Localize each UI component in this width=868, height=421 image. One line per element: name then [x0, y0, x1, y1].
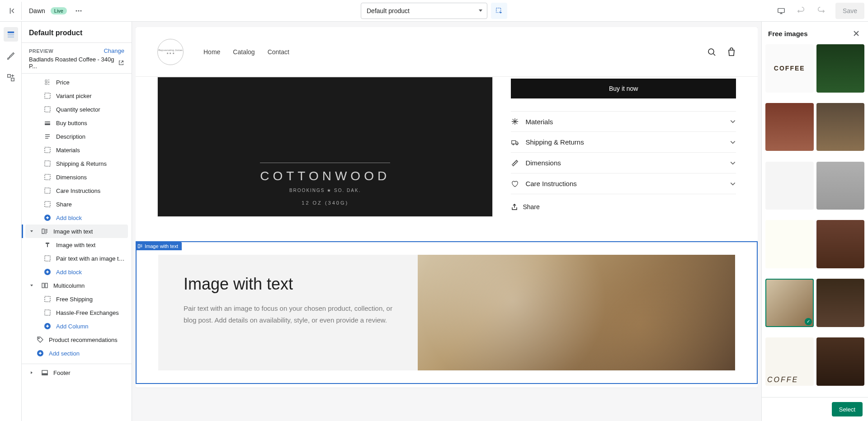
accordion-materials[interactable]: Materials: [511, 111, 736, 132]
block-quantity-selector[interactable]: Quantity selector: [25, 103, 128, 116]
topbar-left: Dawn Live: [4, 2, 361, 20]
chevron-down-icon: [730, 160, 736, 166]
block-icon: [44, 255, 51, 262]
nav-home[interactable]: Home: [203, 48, 220, 56]
image-grid: [762, 44, 868, 397]
add-section[interactable]: Add section: [25, 346, 128, 360]
change-link[interactable]: Change: [104, 47, 124, 54]
undo-icon: [797, 7, 805, 15]
image-thumb[interactable]: [816, 279, 865, 327]
svg-point-2: [80, 10, 81, 11]
image-thumb[interactable]: [765, 103, 814, 151]
nav-contact[interactable]: Contact: [268, 48, 289, 56]
accordion-care[interactable]: Care Instructions: [511, 173, 736, 194]
block-buy-buttons[interactable]: Buy buttons: [25, 116, 128, 130]
block-share[interactable]: Share: [25, 197, 128, 211]
block-iwt-heading[interactable]: Image with text: [25, 238, 128, 252]
image-thumb[interactable]: [765, 162, 814, 210]
paintbrush-icon: [7, 52, 15, 60]
image-thumb[interactable]: [816, 103, 865, 151]
truck-icon: [511, 138, 519, 146]
topbar: Dawn Live Default product Save: [0, 0, 868, 22]
select-button[interactable]: Select: [832, 402, 863, 416]
iwt-heading: Image with text: [184, 275, 392, 294]
block-icon: [44, 295, 51, 303]
share-button[interactable]: Share: [511, 203, 736, 210]
image-thumb[interactable]: [816, 220, 865, 268]
add-column[interactable]: Add Column: [25, 319, 128, 333]
rail-sections-button[interactable]: [4, 27, 18, 42]
viewport-button[interactable]: [772, 2, 790, 20]
close-icon: [853, 30, 860, 37]
bag-icon: [727, 47, 736, 56]
image-text-icon: [41, 228, 48, 235]
nav-catalog[interactable]: Catalog: [233, 48, 255, 56]
svg-rect-21: [45, 256, 50, 261]
rail-apps-button[interactable]: [4, 70, 18, 85]
accordion-shipping[interactable]: Shipping & Returns: [511, 132, 736, 153]
svg-point-1: [78, 10, 79, 11]
rail-theme-button[interactable]: [4, 49, 18, 63]
section-footer[interactable]: Footer: [25, 366, 128, 379]
template-select[interactable]: Default product: [361, 3, 487, 19]
block-shipping-returns[interactable]: Shipping & Returns: [25, 157, 128, 170]
iwt-image: [418, 255, 735, 370]
image-thumb[interactable]: [765, 220, 814, 268]
accordion-dimensions[interactable]: Dimensions: [511, 153, 736, 173]
external-link-icon: [118, 60, 124, 66]
svg-rect-23: [42, 283, 44, 288]
block-hassle-free[interactable]: Hassle-Free Exchanges: [25, 306, 128, 319]
exit-button[interactable]: [4, 2, 22, 20]
close-panel-button[interactable]: [851, 28, 862, 39]
product-image[interactable]: COTTONWOOD BROOKINGS ★ SO. DAK. 12 OZ (3…: [157, 77, 493, 217]
undo-button[interactable]: [792, 2, 810, 20]
section-multicolumn[interactable]: Multicolumn: [25, 279, 128, 292]
add-block-iwt[interactable]: Add block: [25, 265, 128, 279]
image-with-text-section[interactable]: Image with text Pair text with an image …: [136, 241, 758, 384]
topbar-center: Default product: [361, 3, 507, 19]
desktop-icon: [777, 7, 785, 15]
apps-icon: [7, 74, 15, 82]
cart-button[interactable]: [727, 47, 736, 56]
more-button[interactable]: [72, 5, 85, 17]
store-logo[interactable]: Rejuvenating Juices★ ★ ★: [157, 39, 184, 65]
svg-rect-4: [778, 8, 784, 12]
image-thumb[interactable]: [816, 337, 865, 386]
section-image-with-text[interactable]: Image with text: [25, 225, 128, 238]
svg-point-32: [708, 49, 714, 54]
block-price[interactable]: Price: [25, 75, 128, 89]
svg-rect-20: [42, 229, 44, 234]
image-thumb[interactable]: [765, 44, 814, 93]
search-button[interactable]: [707, 47, 716, 56]
block-care-instructions[interactable]: Care Instructions: [25, 184, 128, 197]
redo-button[interactable]: [812, 2, 830, 20]
plus-circle-icon: [44, 268, 51, 276]
svg-rect-13: [45, 122, 50, 123]
image-thumb[interactable]: [765, 337, 814, 386]
svg-rect-8: [7, 75, 10, 77]
svg-rect-31: [42, 374, 47, 375]
preview-bar: PREVIEW Change Badlands Roasted Coffee -…: [22, 43, 132, 74]
image-text-icon: [137, 243, 143, 249]
iwt-paragraph: Pair text with an image to focus on your…: [184, 303, 392, 326]
block-materials[interactable]: Materials: [25, 143, 128, 157]
image-thumb[interactable]: [816, 44, 865, 93]
svg-rect-36: [138, 244, 140, 248]
caret-right-icon: [29, 370, 34, 375]
caret-down-icon: [29, 229, 34, 234]
block-iwt-text[interactable]: Pair text with an image to f...: [25, 252, 128, 265]
inspector-button[interactable]: [491, 3, 507, 19]
preview-product-link[interactable]: Badlands Roasted Coffee - 340g P...: [29, 56, 124, 70]
section-product-recommendations[interactable]: Product recommendations: [25, 333, 128, 346]
buy-now-button[interactable]: Buy it now: [511, 79, 736, 98]
add-block-product[interactable]: Add block: [25, 211, 128, 225]
block-description[interactable]: Description: [25, 130, 128, 143]
block-free-shipping[interactable]: Free Shipping: [25, 292, 128, 306]
block-dimensions[interactable]: Dimensions: [25, 170, 128, 184]
image-thumb-selected[interactable]: [765, 279, 814, 327]
image-thumb[interactable]: [816, 162, 865, 210]
svg-rect-6: [7, 34, 14, 36]
block-variant-picker[interactable]: Variant picker: [25, 89, 128, 103]
save-button[interactable]: Save: [835, 3, 864, 19]
preview-product-name: Badlands Roasted Coffee - 340g P...: [29, 56, 115, 70]
